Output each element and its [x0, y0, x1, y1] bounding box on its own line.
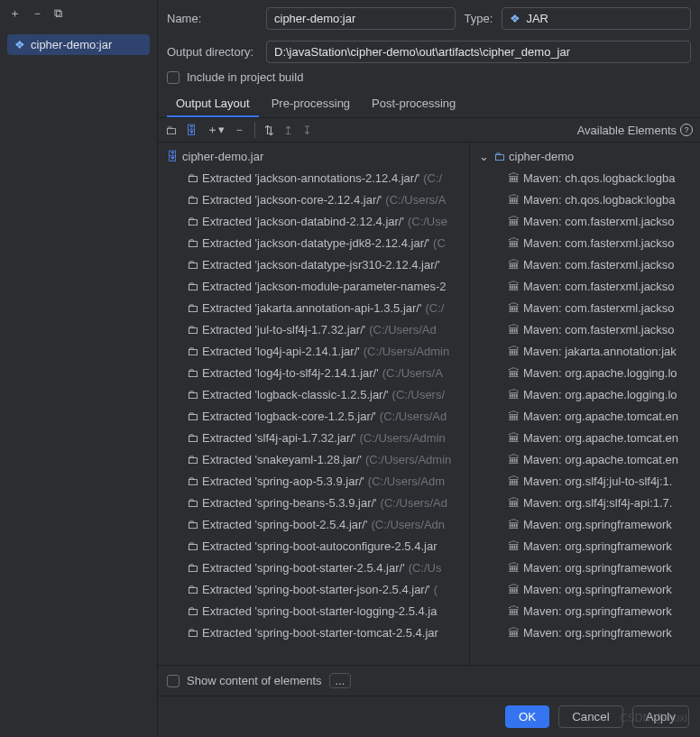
project-icon: 🗀 — [493, 148, 505, 166]
avail-item[interactable]: 🏛Maven: jakarta.annotation:jak — [470, 341, 700, 363]
new-archive-icon[interactable]: 🗄 — [186, 124, 198, 137]
copy-icon[interactable]: ⧉ — [54, 6, 62, 21]
tree-item[interactable]: 🗀Extracted 'snakeyaml-1.28.jar/' (C:/Use… — [158, 449, 469, 471]
ok-button[interactable]: OK — [505, 705, 549, 728]
archive-icon: 🗄 — [167, 148, 179, 166]
tab-post-processing[interactable]: Post-processing — [363, 91, 465, 117]
tree-item[interactable]: 🗀Extracted 'log4j-api-2.14.1.jar/' (C:/U… — [158, 341, 469, 363]
tree-item[interactable]: 🗀Extracted 'spring-beans-5.3.9.jar/' (C:… — [158, 493, 469, 514]
jar-icon: ❖ — [510, 12, 520, 25]
tree-item[interactable]: 🗀Extracted 'jul-to-slf4j-1.7.32.jar/' (C… — [158, 319, 469, 341]
tree-item[interactable]: 🗀Extracted 'spring-aop-5.3.9.jar/' (C:/U… — [158, 471, 469, 493]
library-icon: 🏛 — [508, 170, 520, 188]
avail-item[interactable]: 🏛Maven: com.fasterxml.jackso — [470, 298, 700, 319]
cancel-button[interactable]: Cancel — [558, 705, 623, 728]
tab-pre-processing[interactable]: Pre-processing — [262, 91, 359, 117]
extracted-icon: 🗀 — [187, 603, 198, 621]
remove-item-icon[interactable]: － — [234, 122, 245, 138]
library-icon: 🏛 — [508, 581, 520, 599]
avail-item[interactable]: 🏛Maven: org.springframework — [470, 536, 700, 557]
extracted-icon: 🗀 — [187, 235, 198, 253]
artifact-item[interactable]: ❖ cipher-demo:jar — [7, 34, 150, 55]
avail-item[interactable]: 🏛Maven: com.fasterxml.jackso — [470, 233, 700, 254]
remove-icon[interactable]: － — [32, 5, 43, 22]
jar-icon: ❖ — [14, 38, 25, 51]
tree-item[interactable]: 🗀Extracted 'log4j-to-slf4j-2.14.1.jar/' … — [158, 363, 469, 384]
add-icon[interactable]: ＋ — [9, 5, 21, 22]
tree-root[interactable]: 🗄cipher-demo.jar — [158, 146, 469, 168]
library-icon: 🏛 — [508, 429, 520, 447]
tab-output-layout[interactable]: Output Layout — [167, 91, 259, 117]
output-tree[interactable]: 🗄cipher-demo.jar🗀Extracted 'jackson-anno… — [158, 143, 470, 665]
avail-item[interactable]: 🏛Maven: org.slf4j:slf4j-api:1.7. — [470, 493, 700, 514]
avail-item[interactable]: 🏛Maven: com.fasterxml.jackso — [470, 276, 700, 298]
move-down-icon[interactable]: ↧ — [302, 124, 312, 137]
name-label: Name: — [167, 12, 257, 25]
tree-item[interactable]: 🗀Extracted 'jackson-core-2.12.4.jar/' (C… — [158, 189, 469, 211]
tree-item[interactable]: 🗀Extracted 'jackson-annotations-2.12.4.j… — [158, 168, 469, 189]
show-content-label: Show content of elements — [187, 674, 322, 687]
tree-item[interactable]: 🗀Extracted 'jakarta.annotation-api-1.3.5… — [158, 298, 469, 319]
extracted-icon: 🗀 — [187, 559, 198, 577]
content-options-button[interactable]: ... — [329, 673, 352, 688]
tree-item[interactable]: 🗀Extracted 'spring-boot-2.5.4.jar/' (C:/… — [158, 514, 469, 536]
extracted-icon: 🗀 — [187, 473, 198, 491]
extracted-icon: 🗀 — [187, 624, 198, 642]
tree-item[interactable]: 🗀Extracted 'spring-boot-starter-json-2.5… — [158, 579, 469, 601]
avail-item[interactable]: 🏛Maven: org.apache.tomcat.en — [470, 406, 700, 428]
extracted-icon: 🗀 — [187, 429, 198, 447]
tree-item[interactable]: 🗀Extracted 'jackson-datatype-jdk8-2.12.4… — [158, 233, 469, 254]
move-up-icon[interactable]: ↥ — [283, 124, 293, 137]
artifact-label: cipher-demo:jar — [31, 38, 112, 51]
type-select[interactable]: ❖ JAR — [502, 7, 691, 30]
avail-item[interactable]: 🏛Maven: org.springframework — [470, 601, 700, 622]
library-icon: 🏛 — [508, 538, 520, 556]
avail-item[interactable]: 🏛Maven: org.apache.logging.lo — [470, 384, 700, 406]
avail-item[interactable]: 🏛Maven: com.fasterxml.jackso — [470, 319, 700, 341]
avail-item[interactable]: 🏛Maven: org.apache.tomcat.en — [470, 428, 700, 449]
tree-item[interactable]: 🗀Extracted 'spring-boot-starter-2.5.4.ja… — [158, 557, 469, 579]
sort-icon[interactable]: ⇅ — [264, 124, 274, 137]
avail-item[interactable]: 🏛Maven: org.slf4j:jul-to-slf4j:1. — [470, 471, 700, 493]
avail-item[interactable]: 🏛Maven: org.springframework — [470, 514, 700, 536]
extracted-icon: 🗀 — [187, 213, 198, 231]
extracted-icon: 🗀 — [187, 299, 198, 318]
avail-item[interactable]: 🏛Maven: org.springframework — [470, 622, 700, 644]
show-content-checkbox[interactable] — [167, 675, 180, 687]
available-tree[interactable]: ⌄🗀cipher-demo🏛Maven: ch.qos.logback:logb… — [470, 143, 700, 665]
avail-item[interactable]: 🏛Maven: org.springframework — [470, 579, 700, 601]
tree-item[interactable]: 🗀Extracted 'logback-core-1.2.5.jar/' (C:… — [158, 406, 469, 428]
tree-item[interactable]: 🗀Extracted 'jackson-datatype-jsr310-2.12… — [158, 254, 469, 276]
include-checkbox[interactable] — [167, 71, 180, 84]
extracted-icon: 🗀 — [187, 581, 198, 599]
tree-item[interactable]: 🗀Extracted 'spring-boot-starter-tomcat-2… — [158, 622, 469, 644]
tree-item[interactable]: 🗀Extracted 'logback-classic-1.2.5.jar/' … — [158, 384, 469, 406]
tree-item[interactable]: 🗀Extracted 'jackson-module-parameter-nam… — [158, 276, 469, 298]
avail-root[interactable]: ⌄🗀cipher-demo — [470, 146, 700, 168]
avail-item[interactable]: 🏛Maven: com.fasterxml.jackso — [470, 211, 700, 233]
library-icon: 🏛 — [508, 473, 520, 491]
type-value: JAR — [526, 12, 548, 25]
tree-item[interactable]: 🗀Extracted 'slf4j-api-1.7.32.jar/' (C:/U… — [158, 428, 469, 449]
tree-item[interactable]: 🗀Extracted 'jackson-databind-2.12.4.jar/… — [158, 211, 469, 233]
avail-item[interactable]: 🏛Maven: org.apache.tomcat.en — [470, 449, 700, 471]
extracted-icon: 🗀 — [187, 364, 198, 382]
avail-item[interactable]: 🏛Maven: com.fasterxml.jackso — [470, 254, 700, 276]
help-icon[interactable]: ? — [680, 124, 693, 136]
type-label: Type: — [465, 12, 493, 25]
avail-item[interactable]: 🏛Maven: ch.qos.logback:logba — [470, 168, 700, 189]
library-icon: 🏛 — [508, 321, 520, 339]
new-folder-icon[interactable]: 🗀 — [165, 124, 177, 137]
name-input[interactable] — [266, 7, 456, 30]
library-icon: 🏛 — [508, 235, 520, 253]
avail-item[interactable]: 🏛Maven: org.springframework — [470, 557, 700, 579]
outdir-input[interactable] — [266, 41, 691, 63]
tree-item[interactable]: 🗀Extracted 'spring-boot-autoconfigure-2.… — [158, 536, 469, 557]
extracted-icon: 🗀 — [187, 191, 198, 209]
add-copy-icon[interactable]: ＋▾ — [207, 122, 225, 138]
chevron-down-icon: ⌄ — [479, 148, 490, 166]
avail-item[interactable]: 🏛Maven: org.apache.logging.lo — [470, 363, 700, 384]
avail-item[interactable]: 🏛Maven: ch.qos.logback:logba — [470, 189, 700, 211]
extracted-icon: 🗀 — [187, 494, 198, 512]
tree-item[interactable]: 🗀Extracted 'spring-boot-starter-logging-… — [158, 601, 469, 622]
